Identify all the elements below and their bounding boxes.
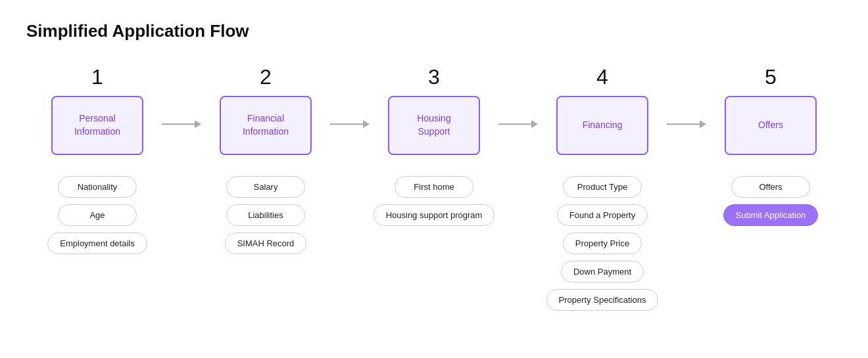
step-5-wrapper: 5 Offers	[706, 65, 835, 155]
pill-age[interactable]: Age	[58, 204, 137, 226]
pill-nationality[interactable]: Nationality	[58, 176, 137, 198]
step-3-box[interactable]: HousingSupport	[388, 96, 480, 155]
step-2-box[interactable]: FinancialInformation	[220, 96, 312, 155]
pill-salary[interactable]: Salary	[226, 176, 305, 198]
steps-row: 1 PersonalInformation 2 FinancialInforma…	[26, 65, 842, 155]
pill-housing-support[interactable]: Housing support program	[374, 204, 495, 226]
arrow-1	[162, 120, 201, 128]
col-2-items: Salary Liabilities SIMAH Record	[201, 176, 330, 254]
step-3-number: 3	[428, 65, 440, 89]
step-4-number: 4	[596, 65, 608, 89]
step-4-wrapper: 4 Financing	[538, 65, 667, 155]
pill-submit-application[interactable]: Submit Application	[723, 204, 819, 226]
pill-first-home[interactable]: First home	[395, 176, 473, 198]
step-1-wrapper: 1 PersonalInformation	[33, 65, 162, 155]
step-4-box[interactable]: Financing	[556, 96, 648, 155]
step-3-wrapper: 3 HousingSupport	[370, 65, 498, 155]
step-5-box[interactable]: Offers	[725, 96, 817, 155]
pill-liabilities[interactable]: Liabilities	[226, 204, 305, 226]
flow-container: Simplified Application Flow 1 PersonalIn…	[26, 21, 842, 311]
col-1-items: Nationality Age Employment details	[33, 176, 162, 254]
arrow-4	[667, 120, 706, 128]
pill-found-property[interactable]: Found a Property	[557, 204, 648, 226]
pill-employment[interactable]: Employment details	[47, 233, 147, 254]
pill-product-type[interactable]: Product Type	[563, 176, 642, 198]
arrow-3	[498, 120, 538, 128]
pill-property-specs[interactable]: Property Specifications	[546, 289, 659, 311]
pill-simah[interactable]: SIMAH Record	[225, 233, 307, 254]
step-1-box[interactable]: PersonalInformation	[51, 96, 143, 155]
step-2-number: 2	[260, 65, 272, 89]
pill-down-payment[interactable]: Down Payment	[561, 261, 644, 282]
items-row: Nationality Age Employment details Salar…	[26, 176, 842, 311]
col-4-items: Product Type Found a Property Property P…	[538, 176, 667, 311]
pill-property-price[interactable]: Property Price	[563, 233, 642, 254]
col-3-items: First home Housing support program	[370, 176, 498, 226]
pill-offers[interactable]: Offers	[731, 176, 810, 198]
step-2-wrapper: 2 FinancialInformation	[201, 65, 330, 155]
step-1-number: 1	[91, 65, 103, 89]
col-5-items: Offers Submit Application	[706, 176, 835, 226]
step-5-number: 5	[765, 65, 777, 89]
page-title: Simplified Application Flow	[26, 21, 842, 41]
arrow-2	[330, 120, 370, 128]
